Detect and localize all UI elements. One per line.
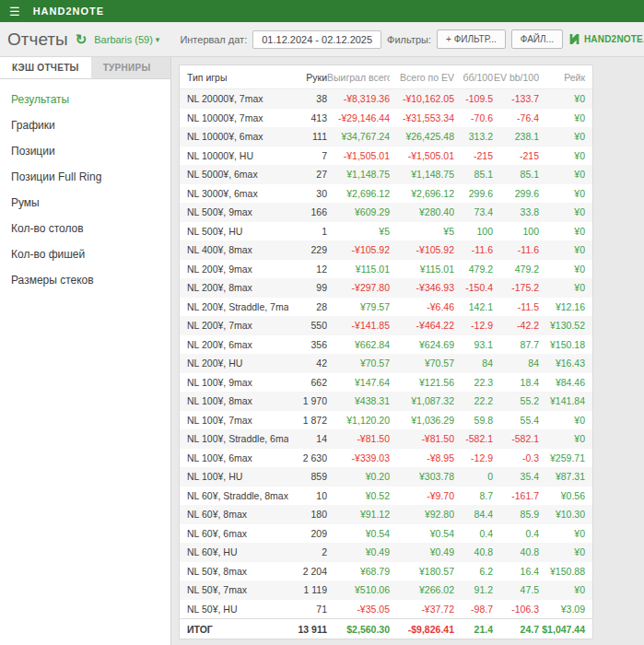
table-row[interactable]: NL 10000¥, 6max111¥34,767.24¥26,425.4831…	[180, 127, 592, 147]
table-row[interactable]: NL 60¥, HU2¥0.49¥0.4940.840.8¥0	[180, 543, 592, 562]
table-row[interactable]: NL 3000¥, 6max30¥2,696.12¥2,696.12299.62…	[180, 184, 592, 204]
table-row[interactable]: NL 500¥, HU1¥5¥5100100¥0	[180, 222, 592, 241]
table-row[interactable]: NL 60¥, 8max180¥91.12¥92.8084.485.9¥10.3…	[180, 505, 592, 524]
cell-ev: -¥81.50	[390, 429, 454, 449]
table-row[interactable]: NL 100¥, 6max2 630-¥339.03-¥8.95-12.9-0.…	[180, 449, 592, 468]
cell-ev: ¥2,696.12	[390, 184, 454, 204]
main-area: КЭШ ОТЧЕТЫ ТУРНИРЫ Результаты Графики По…	[0, 57, 644, 645]
cell-ev: -¥105.92	[390, 240, 454, 260]
cell-bb100: 73.4	[454, 203, 493, 222]
column-header-bb100[interactable]: бб/100	[454, 65, 493, 88]
cell-ev: ¥303.78	[390, 467, 454, 487]
table-row[interactable]: NL 100¥, 7max1 872¥1,120.20¥1,036.2959.8…	[180, 411, 592, 430]
cell-bb100: 93.1	[454, 335, 493, 355]
table-row[interactable]: NL 400¥, 8max229-¥105.92-¥105.92-11.6-11…	[180, 240, 592, 260]
cell-evbb100: 35.4	[493, 467, 539, 487]
table-body: NL 20000¥, 7max38-¥8,319.36-¥10,162.05-1…	[180, 89, 592, 618]
cell-hands: 166	[288, 203, 327, 222]
cell-evbb100: -0.3	[493, 449, 539, 468]
table-row[interactable]: NL 50¥, 7max1 119¥510.06¥266.0291.247.5¥…	[180, 580, 592, 600]
cell-ev: -¥37.72	[390, 600, 454, 619]
cell-game: NL 500¥, HU	[180, 222, 288, 241]
sidebar-item-graphs[interactable]: Графики	[0, 112, 170, 138]
cell-won: ¥0.54	[327, 524, 390, 544]
column-header-game[interactable]: Тип игры	[180, 65, 288, 88]
table-row[interactable]: NL 5000¥, 6max27¥1,148.75¥1,148.7585.185…	[180, 165, 592, 184]
table-row[interactable]: NL 50¥, 8max2 204¥68.79¥180.576.216.4¥15…	[180, 562, 592, 581]
table-row[interactable]: NL 200¥, 7max550-¥141.85-¥464.22-12.9-42…	[180, 316, 592, 335]
app-title: HAND2NOTE	[33, 6, 104, 17]
file-button[interactable]: ФАЙЛ...	[511, 29, 563, 49]
player-selector[interactable]: Barbaris (59) ▾	[94, 34, 159, 45]
column-header-evbb100[interactable]: EV bb/100	[493, 65, 539, 88]
table-row[interactable]: NL 20000¥, 7max38-¥8,319.36-¥10,162.05-1…	[180, 89, 592, 109]
cell-ev: -¥464.22	[390, 316, 454, 335]
sidebar-item-rooms[interactable]: Румы	[0, 190, 170, 216]
table-row[interactable]: NL 60¥, 6max209¥0.54¥0.540.40.4¥0	[180, 524, 592, 544]
cell-rake: ¥0	[539, 278, 592, 298]
cell-won: ¥1,148.75	[327, 165, 390, 184]
cell-hands: 28	[288, 298, 327, 317]
cell-game: NL 10000¥, 7max	[180, 109, 288, 128]
cell-evbb100: 55.4	[493, 411, 539, 430]
cell-bb100: 0.4	[454, 524, 493, 544]
column-header-ev[interactable]: Всего по EV	[390, 65, 454, 88]
cell-hands: 2 204	[288, 562, 327, 581]
cell-won: ¥79.57	[327, 298, 390, 317]
table-row[interactable]: NL 10000¥, HU7-¥1,505.01-¥1,505.01-215-2…	[180, 147, 592, 166]
cell-rake: ¥0	[539, 203, 592, 222]
sidebar-item-results[interactable]: Результаты	[0, 87, 170, 112]
table-row[interactable]: NL 200¥, 6max356¥662.84¥624.6993.187.7¥1…	[180, 335, 592, 355]
table-row[interactable]: NL 200¥, HU42¥70.57¥70.578484¥16.43	[180, 354, 592, 373]
cell-won: ¥438.31	[327, 392, 390, 411]
cell-hands: 12	[288, 260, 327, 279]
table-row[interactable]: NL 60¥, Straddle, 8max10¥0.52-¥9.708.7-1…	[180, 487, 592, 506]
sidebar-item-positions-full-ring[interactable]: Позиции Full Ring	[0, 164, 170, 190]
cell-ev: ¥115.01	[390, 260, 454, 279]
table-row[interactable]: NL 100¥, Straddle, 6max14-¥81.50-¥81.50-…	[180, 429, 592, 449]
cell-game: NL 200¥, 9max	[180, 260, 288, 279]
cell-hands: 30	[288, 184, 327, 204]
table-row[interactable]: NL 100¥, 9max662¥147.64¥121.5622.318.4¥8…	[180, 373, 592, 393]
sidebar-item-stack-sizes[interactable]: Размеры стеков	[0, 267, 170, 293]
cell-evbb100: 0.4	[493, 524, 539, 544]
column-header-rake[interactable]: Рейк	[539, 65, 592, 88]
table-row[interactable]: NL 200¥, 8max99-¥297.80-¥346.93-150.4-17…	[180, 278, 592, 298]
menu-icon[interactable]: ☰	[9, 6, 20, 18]
date-range-input[interactable]: 01.12.2024 - 02.12.2025	[252, 30, 381, 49]
cell-won: ¥68.79	[327, 562, 390, 581]
date-interval-label: Интервал дат:	[180, 34, 247, 45]
table-row[interactable]: NL 200¥, Straddle, 7max28¥79.57-¥6.46142…	[180, 298, 592, 317]
cell-hands: 413	[288, 109, 327, 128]
cell-game: NL 10000¥, HU	[180, 147, 288, 166]
tab-tournaments[interactable]: ТУРНИРЫ	[91, 57, 163, 78]
add-filter-button[interactable]: + ФИЛЬТР...	[437, 29, 506, 49]
sidebar-item-positions[interactable]: Позиции	[0, 138, 170, 164]
table-row[interactable]: NL 200¥, 9max12¥115.01¥115.01479.2479.2¥…	[180, 260, 592, 279]
refresh-icon[interactable]: ↻	[76, 31, 88, 48]
tab-cash-reports[interactable]: КЭШ ОТЧЕТЫ	[0, 57, 91, 78]
table-row[interactable]: NL 100¥, 8max1 970¥438.31¥1,087.3222.255…	[180, 392, 592, 411]
cell-ev: -¥31,553.34	[390, 109, 454, 128]
total-cell-ev: -$9,826.41	[390, 619, 454, 639]
cell-won: ¥609.29	[327, 203, 390, 222]
cell-ev: ¥280.40	[390, 203, 454, 222]
cell-rake: ¥0.56	[539, 487, 592, 506]
cell-game: NL 60¥, Straddle, 8max	[180, 487, 288, 506]
sidebar-item-fish-count[interactable]: Кол-во фишей	[0, 241, 170, 267]
cell-won: -¥29,146.44	[327, 109, 390, 128]
table-row[interactable]: NL 500¥, 9max166¥609.29¥280.4073.433.8¥0	[180, 203, 592, 222]
sidebar-item-table-count[interactable]: Кол-во столов	[0, 216, 170, 241]
table-row[interactable]: NL 50¥, HU71-¥35.05-¥37.72-98.7-106.3¥3.…	[180, 600, 592, 619]
cell-ev: ¥70.57	[390, 354, 454, 373]
cell-bb100: -12.9	[454, 316, 493, 335]
cell-rake: ¥0	[539, 260, 592, 279]
column-header-hands[interactable]: Руки	[288, 65, 327, 88]
cell-evbb100: 87.7	[493, 335, 539, 355]
column-header-won[interactable]: Выиграл всего	[327, 65, 390, 88]
table-row[interactable]: NL 100¥, HU859¥0.20¥303.78035.4¥87.31	[180, 467, 592, 487]
total-cell-won: $2,560.30	[327, 619, 390, 639]
table-row[interactable]: NL 10000¥, 7max413-¥29,146.44-¥31,553.34…	[180, 109, 592, 128]
cell-hands: 71	[288, 600, 327, 619]
cell-bb100: -98.7	[454, 600, 493, 619]
